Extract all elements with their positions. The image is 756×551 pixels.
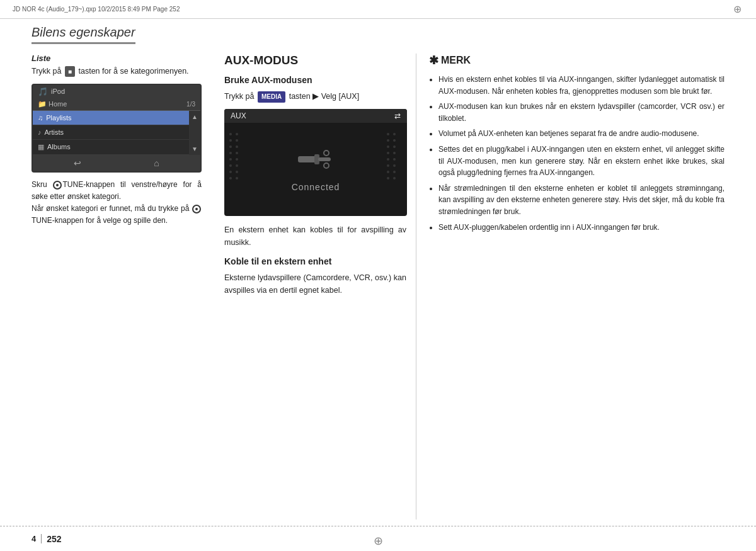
- ipod-item-label-playlists: Playlists: [46, 114, 71, 122]
- ipod-title-row: 📁 Home 1/3: [33, 98, 200, 111]
- svg-rect-18: [318, 157, 331, 161]
- speaker-dots-left: [227, 128, 246, 191]
- playlist-icon: ♫: [38, 114, 43, 122]
- aux-screen-header: AUX ⇄: [224, 109, 407, 123]
- header-text: JD NOR 4c (Audio_179~).qxp 10/2/2015 8:4…: [13, 6, 731, 13]
- artist-icon: ♪: [38, 128, 42, 136]
- svg-rect-16: [298, 156, 317, 162]
- svg-point-4: [229, 158, 232, 161]
- aux-description-2: Eksterne lydavspillere (Camcordere, VCR,…: [224, 271, 406, 297]
- ipod-item-albums[interactable]: ▦ Albums: [33, 140, 189, 155]
- media-badge: MEDIA: [258, 91, 285, 103]
- svg-point-9: [236, 139, 238, 142]
- svg-point-13: [236, 164, 238, 167]
- ipod-device-icon: 🎵: [38, 87, 48, 96]
- merk-item-5: Når strømledningen til den eksterne enhe…: [438, 183, 724, 218]
- svg-point-12: [236, 158, 238, 161]
- list-button: ■: [65, 66, 75, 77]
- svg-point-30: [393, 139, 396, 142]
- aux-screen-body: Connected: [224, 123, 407, 216]
- ipod-item-playlists[interactable]: ♫ Playlists: [33, 111, 189, 125]
- merk-list: Hvis en ekstern enhet kobles til via AUX…: [429, 74, 724, 233]
- merk-heading: ✱ MERK: [429, 54, 724, 67]
- bottom-crosshair-icon: ⊕: [374, 534, 383, 548]
- svg-point-22: [387, 139, 389, 142]
- svg-point-34: [393, 164, 396, 167]
- merk-item-6: Sett AUX-pluggen/kabelen ordentlig inn i…: [438, 222, 724, 234]
- svg-point-26: [387, 164, 389, 167]
- page-title: Bilens egenskaper: [32, 25, 135, 44]
- ipod-home-label: 📁 Home: [38, 100, 186, 108]
- aux-screen-label: AUX: [231, 111, 246, 120]
- svg-point-19: [324, 151, 329, 156]
- svg-point-2: [229, 145, 232, 148]
- ipod-item-artists[interactable]: ♪ Artists: [33, 125, 189, 140]
- ipod-page-num: 1/3: [186, 101, 195, 108]
- svg-point-7: [229, 177, 232, 179]
- liste-intro: Trykk på ■ tasten for å se kategorimenye…: [32, 65, 202, 77]
- ipod-device-name: iPod: [51, 88, 65, 95]
- main-content: Liste Trykk på ■ tasten for å se kategor…: [32, 54, 724, 520]
- svg-point-0: [229, 133, 232, 135]
- right-column: ✱ MERK Hvis en ekstern enhet kobles til …: [416, 54, 724, 520]
- merk-label: MERK: [441, 55, 471, 66]
- svg-point-25: [387, 158, 389, 161]
- footer-chapter: 4: [32, 534, 42, 543]
- svg-point-20: [324, 163, 329, 168]
- svg-point-32: [393, 152, 396, 154]
- middle-column: AUX-MODUS Bruke AUX-modusen Trykk på MED…: [214, 54, 416, 520]
- footer-page: 252: [47, 534, 61, 544]
- aux-description-1: En ekstern enhet kan kobles til for avsp…: [224, 224, 406, 249]
- left-column: Liste Trykk på ■ tasten for å se kategor…: [32, 54, 214, 520]
- scroll-down-arrow[interactable]: ▼: [192, 145, 198, 152]
- crosshair-icon: [731, 3, 743, 16]
- aux-screen: AUX ⇄: [224, 109, 407, 216]
- svg-point-14: [236, 171, 238, 173]
- ipod-footer: ↩ ⌂: [33, 155, 200, 171]
- svg-point-5: [229, 164, 232, 167]
- aux-main-title: AUX-MODUS: [224, 54, 406, 67]
- speaker-dots-right: [385, 128, 404, 191]
- merk-item-3: Volumet på AUX-enheten kan betjenes sepa…: [438, 128, 724, 140]
- svg-point-15: [236, 177, 238, 179]
- svg-point-8: [236, 133, 238, 135]
- svg-point-1: [229, 139, 232, 142]
- aux-sub-title-1: Bruke AUX-modusen: [224, 75, 406, 85]
- liste-heading: Liste: [32, 54, 202, 63]
- scroll-up-arrow[interactable]: ▲: [192, 113, 198, 120]
- svg-point-24: [387, 152, 389, 154]
- svg-point-21: [387, 133, 389, 135]
- svg-point-31: [393, 145, 396, 148]
- merk-item-1: Hvis en ekstern enhet kobles til via AUX…: [438, 74, 724, 97]
- aux-screen-icon: ⇄: [394, 111, 401, 120]
- svg-point-23: [387, 145, 389, 148]
- album-icon: ▦: [38, 143, 44, 151]
- home-button[interactable]: ⌂: [154, 158, 159, 168]
- aux-connected-text: Connected: [292, 182, 340, 192]
- intro-text-1: Trykk på: [32, 67, 61, 76]
- svg-point-33: [393, 158, 396, 161]
- svg-point-29: [393, 133, 396, 135]
- ipod-scrollbar[interactable]: ▲ ▼: [189, 111, 200, 155]
- back-button[interactable]: ↩: [74, 158, 81, 168]
- merk-star-icon: ✱: [429, 54, 438, 67]
- aux-connector-icon: [297, 147, 335, 177]
- aux-sub-title-2: Koble til en ekstern enhet: [224, 256, 406, 266]
- skru-text: Skru TUNE-knappen til venstre/høyre for …: [32, 179, 202, 227]
- home-folder-icon: 📁: [38, 100, 49, 108]
- tune-icon-2: [192, 205, 201, 213]
- ipod-item-label-albums: Albums: [47, 143, 71, 151]
- ipod-list: ♫ Playlists ♪ Artists ▦ Albums: [33, 111, 189, 155]
- title-section: Bilens egenskaper: [32, 25, 724, 44]
- ipod-body: ♫ Playlists ♪ Artists ▦ Albums ▲ ▼: [33, 111, 200, 155]
- intro-text-2: tasten for å se kategorimenyen.: [78, 67, 188, 76]
- svg-point-11: [236, 152, 238, 154]
- instruction-pre: Trykk på: [224, 92, 254, 101]
- merk-item-2: AUX-modusen kan kun brukes når en ekster…: [438, 101, 724, 124]
- ipod-item-label-artists: Artists: [45, 128, 64, 136]
- svg-point-3: [229, 152, 232, 154]
- svg-point-27: [387, 171, 389, 173]
- instruction-post: tasten ▶ Velg [AUX]: [289, 92, 359, 101]
- svg-point-10: [236, 145, 238, 148]
- svg-point-6: [229, 171, 232, 173]
